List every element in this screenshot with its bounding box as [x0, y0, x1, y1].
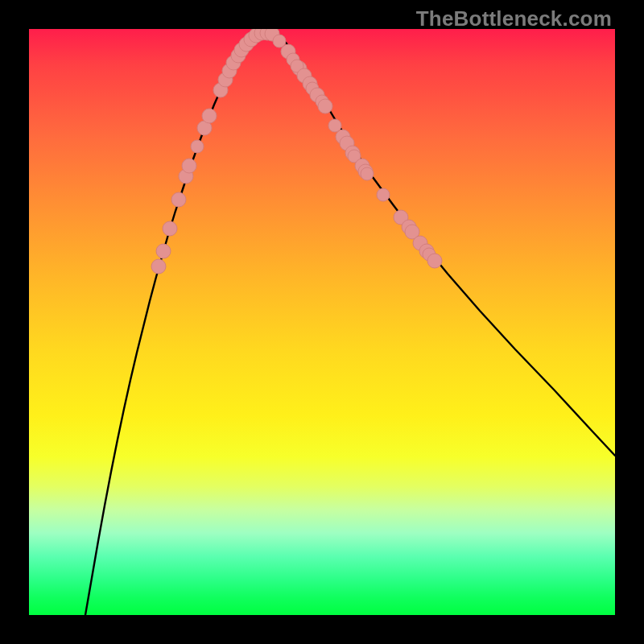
highlight-dot	[151, 259, 166, 274]
highlight-dot	[361, 167, 374, 180]
highlight-dot	[163, 221, 177, 236]
chart-root: { "watermark": "TheBottleneck.com", "col…	[0, 0, 644, 644]
highlight-dot	[318, 99, 332, 114]
highlight-dot	[191, 140, 204, 153]
bottleneck-curve	[85, 32, 615, 615]
plot-area	[29, 29, 615, 615]
curve-svg	[29, 29, 615, 615]
watermark-text: TheBottleneck.com	[416, 6, 612, 31]
highlight-dot	[427, 254, 442, 268]
highlight-dot	[182, 159, 196, 173]
highlight-dot	[171, 192, 186, 207]
highlight-dot	[377, 188, 390, 201]
highlight-dot	[156, 244, 171, 258]
highlight-dots	[151, 29, 442, 274]
highlight-dot	[202, 109, 217, 123]
